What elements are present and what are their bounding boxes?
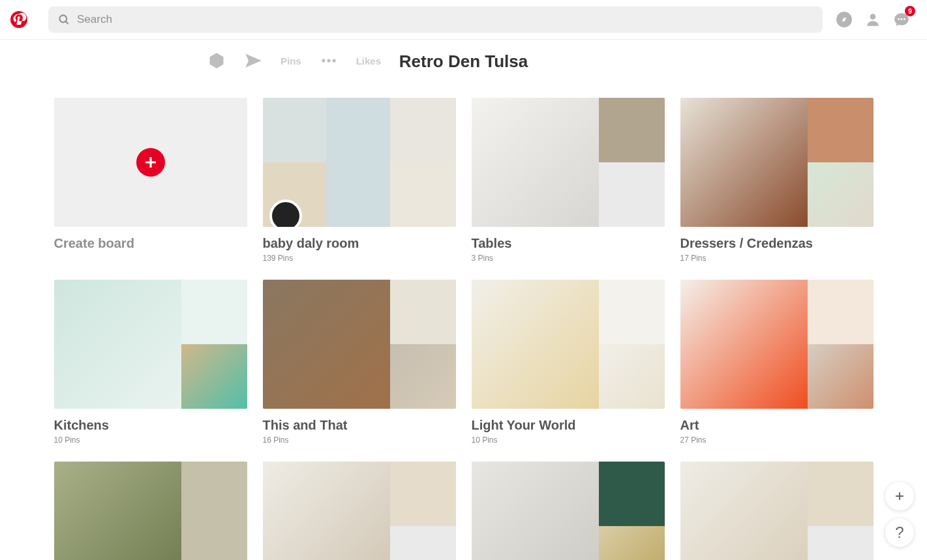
search-input[interactable]: [77, 13, 813, 26]
create-board-cover[interactable]: [54, 98, 247, 227]
boards-tab-icon[interactable]: [207, 52, 226, 70]
add-icon: [136, 148, 165, 177]
board-card[interactable]: baby daly room139 Pins: [263, 98, 456, 263]
compass-icon[interactable]: [836, 11, 853, 28]
send-icon[interactable]: [244, 52, 262, 70]
chat-icon[interactable]: 9: [893, 11, 910, 28]
fab-column: ?: [885, 482, 914, 547]
board-title: baby daly room: [263, 236, 456, 251]
board-card[interactable]: [54, 462, 247, 560]
board-title: Dressers / Credenzas: [680, 236, 874, 251]
profile-icon[interactable]: [864, 11, 881, 28]
board-cover[interactable]: [263, 462, 456, 560]
board-title: Art: [680, 418, 874, 433]
board-title: This and That: [263, 418, 456, 433]
board-cover[interactable]: [263, 280, 456, 409]
board-card[interactable]: Kitchens10 Pins: [54, 280, 247, 445]
board-avatar: [269, 199, 302, 227]
board-card[interactable]: [472, 462, 665, 560]
board-title: Kitchens: [54, 418, 247, 433]
board-count: 3 Pins: [472, 254, 665, 263]
board-cover[interactable]: [54, 280, 247, 409]
board-card[interactable]: Light Your World10 Pins: [472, 280, 665, 445]
svg-point-7: [904, 18, 905, 20]
board-count: 139 Pins: [263, 254, 456, 263]
board-card[interactable]: [263, 462, 456, 560]
board-cover[interactable]: [54, 462, 247, 560]
svg-point-4: [870, 14, 876, 20]
board-count: 10 Pins: [54, 435, 247, 445]
board-count: 10 Pins: [472, 435, 665, 445]
create-board[interactable]: Create board: [54, 98, 247, 263]
more-icon[interactable]: [320, 52, 338, 70]
board-cover[interactable]: [680, 462, 874, 560]
svg-line-2: [66, 22, 68, 24]
board-cover[interactable]: [680, 98, 874, 227]
boards-grid: Create board baby daly room139 Pins Tabl…: [46, 98, 881, 560]
board-card[interactable]: This and That16 Pins: [263, 280, 456, 445]
board-card[interactable]: Dressers / Credenzas17 Pins: [680, 98, 874, 263]
board-title: Light Your World: [472, 418, 665, 433]
board-cover[interactable]: [472, 98, 665, 227]
header-bar: 9: [0, 0, 927, 40]
board-card[interactable]: [680, 462, 874, 560]
board-cover[interactable]: [680, 280, 874, 409]
board-cover[interactable]: [472, 462, 665, 560]
search-icon: [57, 13, 70, 26]
add-fab[interactable]: [885, 482, 914, 510]
board-title: Tables: [472, 236, 665, 251]
board-cover[interactable]: [472, 280, 665, 409]
help-fab[interactable]: ?: [885, 518, 914, 547]
pinterest-logo[interactable]: [10, 11, 27, 28]
search-bar[interactable]: [48, 7, 823, 33]
tab-likes[interactable]: Likes: [356, 55, 381, 66]
profile-nav: Pins Likes Retro Den Tulsa: [0, 52, 927, 72]
board-card[interactable]: Art27 Pins: [680, 280, 874, 445]
svg-point-10: [332, 59, 335, 62]
create-board-label: Create board: [54, 236, 247, 251]
tab-pins[interactable]: Pins: [281, 55, 301, 66]
page-title: Retro Den Tulsa: [399, 52, 528, 72]
svg-point-6: [901, 18, 903, 20]
board-cover[interactable]: [263, 98, 456, 227]
header-actions: 9: [836, 11, 917, 28]
notification-badge: 9: [905, 6, 915, 16]
svg-point-1: [59, 15, 67, 22]
board-count: 16 Pins: [263, 435, 456, 445]
svg-point-5: [898, 18, 900, 20]
svg-point-8: [322, 59, 325, 62]
board-card[interactable]: Tables3 Pins: [472, 98, 665, 263]
board-count: 17 Pins: [680, 254, 874, 263]
board-count: 27 Pins: [680, 435, 874, 445]
profile-tabs: Pins Likes: [207, 52, 381, 70]
svg-point-9: [327, 59, 330, 62]
